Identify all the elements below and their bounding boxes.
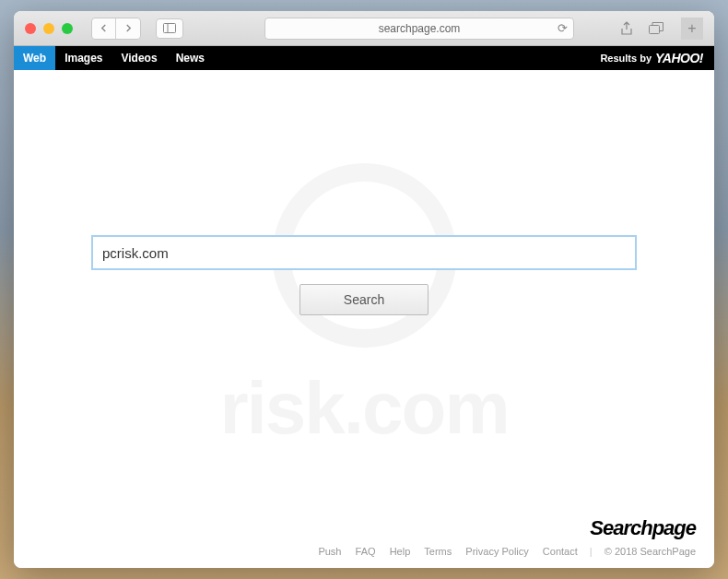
address-text: searchpage.com xyxy=(379,22,461,35)
refresh-icon[interactable]: ⟳ xyxy=(558,21,568,35)
results-by-label: Results by xyxy=(600,53,655,64)
yahoo-logo: YAHOO! xyxy=(655,51,714,65)
nav-buttons xyxy=(91,18,141,40)
footer-links: Push FAQ Help Terms Privacy Policy Conta… xyxy=(32,546,696,557)
copyright: © 2018 SearchPage xyxy=(605,546,696,557)
footer-link-contact[interactable]: Contact xyxy=(543,546,578,557)
new-tab-button[interactable]: + xyxy=(681,18,703,40)
search-button[interactable]: Search xyxy=(299,284,429,315)
footer-link-help[interactable]: Help xyxy=(390,546,411,557)
sidebar-toggle-button[interactable] xyxy=(156,18,183,39)
forward-button[interactable] xyxy=(116,18,140,39)
minimize-window-button[interactable] xyxy=(43,23,54,34)
brand-logo: Searchpage xyxy=(32,516,696,540)
search-area: Search xyxy=(14,236,714,315)
svg-rect-2 xyxy=(650,26,660,34)
footer-link-privacy[interactable]: Privacy Policy xyxy=(465,546,528,557)
address-bar[interactable]: searchpage.com ⟳ xyxy=(264,18,574,40)
traffic-lights xyxy=(25,23,73,34)
titlebar: searchpage.com ⟳ + xyxy=(14,11,714,46)
watermark-text: risk.com xyxy=(219,366,508,451)
footer-link-push[interactable]: Push xyxy=(318,546,341,557)
share-icon[interactable] xyxy=(618,20,635,37)
footer: Searchpage Push FAQ Help Terms Privacy P… xyxy=(14,509,714,568)
footer-link-terms[interactable]: Terms xyxy=(424,546,452,557)
maximize-window-button[interactable] xyxy=(62,23,73,34)
nav-tab-web[interactable]: Web xyxy=(14,46,55,70)
top-nav: Web Images Videos News Results by YAHOO! xyxy=(14,46,714,70)
tabs-icon[interactable] xyxy=(648,20,664,37)
nav-tab-news[interactable]: News xyxy=(167,46,214,70)
footer-separator: | xyxy=(590,546,593,557)
svg-rect-0 xyxy=(164,24,176,33)
browser-window: searchpage.com ⟳ + Web Images Videos New… xyxy=(14,11,714,568)
close-window-button[interactable] xyxy=(25,23,36,34)
footer-link-faq[interactable]: FAQ xyxy=(356,546,376,557)
back-button[interactable] xyxy=(92,18,116,39)
search-input[interactable] xyxy=(92,236,636,269)
toolbar-right: + xyxy=(618,18,703,40)
page-content: Web Images Videos News Results by YAHOO!… xyxy=(14,46,714,568)
nav-tab-videos[interactable]: Videos xyxy=(112,46,166,70)
nav-tab-images[interactable]: Images xyxy=(55,46,112,70)
